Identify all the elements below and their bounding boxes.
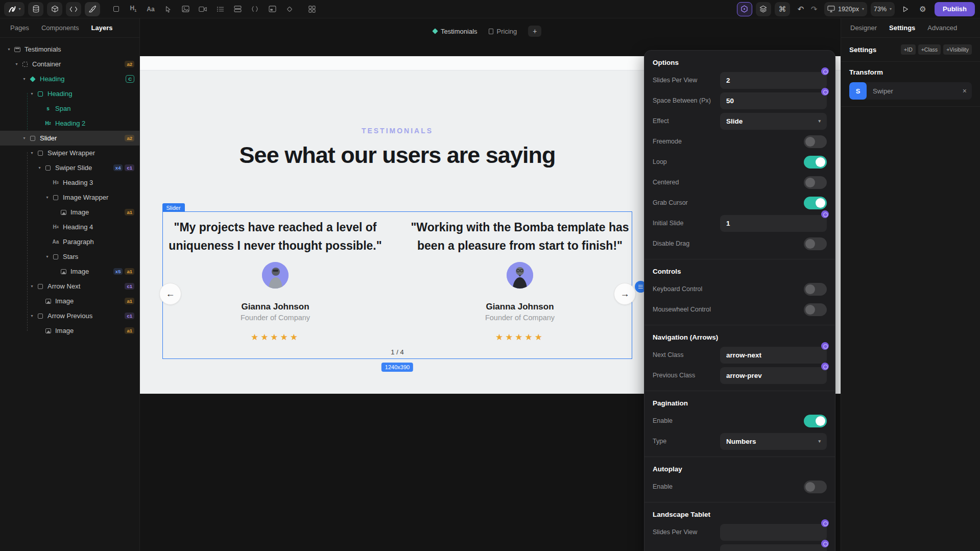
toggle-mousewheel-control[interactable] [804,303,827,316]
layer-row-heading-4[interactable]: H4Heading 4 [0,220,139,234]
testimonial-slide[interactable]: "Working with the Bomba template has bee… [407,218,633,343]
image-icon[interactable] [178,2,193,16]
apps-grid-icon[interactable] [304,2,320,16]
binding-badge-icon[interactable] [821,88,829,95]
device-width-dropdown[interactable]: 1920px ▾ [824,2,867,16]
tab-settings[interactable]: Settings [889,24,915,32]
layer-row-container[interactable]: ▾Containera2 [0,57,139,71]
rows-icon[interactable] [230,2,245,16]
add-visibility-button[interactable]: +Visibility [943,44,972,55]
binding-badge-icon[interactable] [821,540,829,547]
expand-chevron-icon[interactable]: ▾ [28,91,36,96]
section-heading[interactable]: See what our users are saying [162,142,632,169]
expand-chevron-icon[interactable]: ▾ [20,136,28,140]
code-button[interactable] [66,2,81,16]
binding-badge-icon[interactable] [821,363,829,370]
add-id-button[interactable]: +ID [901,44,916,55]
expand-chevron-icon[interactable]: ▾ [43,195,51,200]
page-tab-testimonials[interactable]: Testimonials [433,28,477,35]
typography-icon[interactable]: Aa [143,2,158,16]
testimonial-slide[interactable]: "My projects have reached a level of uni… [163,218,388,343]
page-tab-pricing[interactable]: Pricing [489,28,517,35]
layer-row-heading[interactable]: ▾Heading [0,86,139,101]
tab-designer[interactable]: Designer [850,24,877,32]
layer-row-image[interactable]: Imagea1 [0,294,139,308]
section-eyebrow[interactable]: TESTIMONIALS [162,127,632,135]
option-select[interactable]: Slide▾ [720,113,827,130]
frame-icon[interactable] [108,2,124,16]
binding-badge-icon[interactable] [821,67,829,75]
binding-badge-icon[interactable] [821,519,829,527]
layer-row-testimonials[interactable]: ▾Testimonials [0,42,139,57]
layer-row-swiper-wrapper[interactable]: ▾Swiper Wrapper [0,146,139,160]
layer-row-arrow-next[interactable]: ▾Arrow Nextc1 [0,279,139,294]
toggle-enable[interactable] [804,481,827,493]
heading-icon[interactable]: H1 [126,2,141,16]
toggle-freemode[interactable] [804,135,827,148]
layer-row-image[interactable]: Imagea1 [0,323,139,338]
toggle-centered[interactable] [804,176,827,189]
layer-row-heading-2[interactable]: H2Heading 2 [0,116,139,131]
list-icon[interactable] [212,2,228,16]
layer-row-stars[interactable]: ▾Stars [0,249,139,264]
toggle-grab-cursor[interactable] [804,197,827,209]
expand-chevron-icon[interactable]: ▾ [20,77,28,81]
diamond-icon[interactable] [282,2,297,16]
toggle-loop[interactable] [804,156,827,169]
option-input[interactable]: 2 [720,72,827,89]
option-select[interactable]: Numbers▾ [720,433,827,450]
cursor-icon[interactable] [160,2,176,16]
expand-chevron-icon[interactable]: ▾ [28,151,36,155]
layer-row-heading[interactable]: ▾HeadingC [0,71,139,86]
expand-chevron-icon[interactable]: ▾ [13,62,20,66]
video-icon[interactable] [195,2,210,16]
embed-icon[interactable] [265,2,280,16]
option-input[interactable]: arrow-next [720,347,827,364]
slider-prev-button[interactable]: ← [159,283,181,305]
toggle-keyboard-control[interactable] [804,283,827,296]
layer-row-swiper-slide[interactable]: ▾Swiper Slidex4c1 [0,160,139,175]
option-input[interactable]: arrow-prev [720,367,827,384]
binding-badge-icon[interactable] [821,342,829,350]
transform-swiper-item[interactable]: S Swiper × [849,82,972,100]
toggle-enable[interactable] [804,415,827,427]
cms-database-button[interactable] [28,2,43,16]
layers-button[interactable] [756,2,771,16]
remove-transform-icon[interactable]: × [963,87,967,95]
settings-gear-button[interactable]: ⚙ [916,3,929,16]
option-input[interactable] [720,544,827,551]
add-page-tab-button[interactable]: + [528,26,541,37]
layer-row-image[interactable]: Imagex5a1 [0,264,139,279]
design-paintbrush-button[interactable] [85,2,100,16]
layer-row-arrow-previous[interactable]: ▾Arrow Previousc1 [0,308,139,323]
redo-button[interactable]: ↷ [807,3,821,16]
layer-row-image[interactable]: Imagea1 [0,205,139,220]
tab-advanced[interactable]: Advanced [927,24,957,32]
preview-play-button[interactable] [899,3,912,16]
app-logo-menu[interactable]: ▾ [4,2,25,16]
add-class-button[interactable]: +Class [918,44,941,55]
node-hexagon-button[interactable] [737,2,752,16]
tab-layers[interactable]: Layers [91,24,113,32]
expand-chevron-icon[interactable]: ▾ [36,165,43,170]
command-shortcuts-button[interactable]: ⌘ [775,2,790,16]
undo-button[interactable]: ↶ [794,3,807,16]
option-input[interactable] [720,524,827,541]
zoom-dropdown[interactable]: 73% ▾ [871,2,895,16]
layer-row-span[interactable]: sSpan [0,101,139,116]
expand-chevron-icon[interactable]: ▾ [28,314,36,318]
option-input[interactable]: 1 [720,215,827,232]
toggle-disable-drag[interactable] [804,237,827,250]
layer-row-paragraph[interactable]: AaParagraph [0,234,139,249]
publish-button[interactable]: Publish [935,2,975,16]
option-input[interactable]: 50 [720,92,827,109]
tab-pages[interactable]: Pages [10,24,29,32]
tab-components[interactable]: Components [41,24,79,32]
slider-next-button[interactable]: → [614,283,636,305]
layer-row-slider[interactable]: ▾Slidera2 [0,131,139,146]
expand-chevron-icon[interactable]: ▾ [5,47,13,52]
expand-chevron-icon[interactable]: ▾ [43,254,51,259]
slider-element[interactable]: Slider "My projects have reached a level… [162,211,632,359]
layer-row-heading-3[interactable]: H3Heading 3 [0,175,139,190]
layer-row-image-wrapper[interactable]: ▾Image Wrapper [0,190,139,205]
